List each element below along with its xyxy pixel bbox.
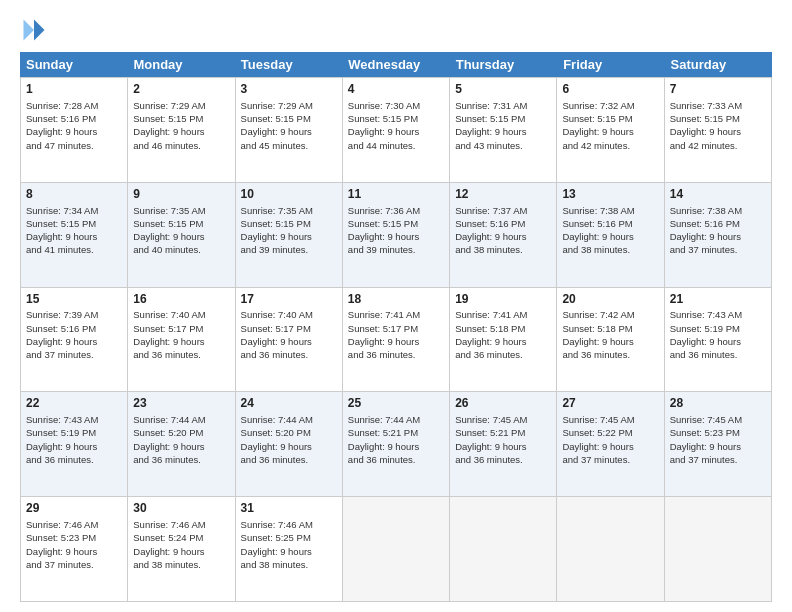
day-info-line: Sunrise: 7:35 AM: [133, 204, 229, 217]
day-number: 8: [26, 186, 122, 203]
day-number: 4: [348, 81, 444, 98]
day-cell-26: 26Sunrise: 7:45 AMSunset: 5:21 PMDayligh…: [450, 392, 557, 496]
day-info-line: Sunset: 5:23 PM: [26, 531, 122, 544]
day-number: 23: [133, 395, 229, 412]
day-info-line: Sunset: 5:16 PM: [26, 322, 122, 335]
day-cell-5: 5Sunrise: 7:31 AMSunset: 5:15 PMDaylight…: [450, 78, 557, 182]
day-cell-20: 20Sunrise: 7:42 AMSunset: 5:18 PMDayligh…: [557, 288, 664, 392]
day-info-line: Sunrise: 7:45 AM: [670, 413, 766, 426]
header-cell-tuesday: Tuesday: [235, 52, 342, 77]
day-number: 21: [670, 291, 766, 308]
page: SundayMondayTuesdayWednesdayThursdayFrid…: [0, 0, 792, 612]
day-info-line: and 38 minutes.: [241, 558, 337, 571]
day-cell-7: 7Sunrise: 7:33 AMSunset: 5:15 PMDaylight…: [665, 78, 772, 182]
day-info-line: Sunset: 5:21 PM: [348, 426, 444, 439]
day-info-line: Daylight: 9 hours: [26, 230, 122, 243]
day-info-line: Daylight: 9 hours: [562, 125, 658, 138]
day-cell-6: 6Sunrise: 7:32 AMSunset: 5:15 PMDaylight…: [557, 78, 664, 182]
day-info-line: Sunset: 5:20 PM: [133, 426, 229, 439]
day-cell-16: 16Sunrise: 7:40 AMSunset: 5:17 PMDayligh…: [128, 288, 235, 392]
day-info-line: and 36 minutes.: [670, 348, 766, 361]
day-number: 28: [670, 395, 766, 412]
day-info-line: and 36 minutes.: [133, 453, 229, 466]
day-cell-12: 12Sunrise: 7:37 AMSunset: 5:16 PMDayligh…: [450, 183, 557, 287]
day-number: 30: [133, 500, 229, 517]
day-info-line: Daylight: 9 hours: [348, 440, 444, 453]
day-number: 22: [26, 395, 122, 412]
header-cell-saturday: Saturday: [665, 52, 772, 77]
day-info-line: Sunset: 5:15 PM: [241, 112, 337, 125]
day-cell-17: 17Sunrise: 7:40 AMSunset: 5:17 PMDayligh…: [236, 288, 343, 392]
day-info-line: Sunrise: 7:46 AM: [26, 518, 122, 531]
day-info-line: Daylight: 9 hours: [26, 440, 122, 453]
day-info-line: Sunrise: 7:30 AM: [348, 99, 444, 112]
day-info-line: Daylight: 9 hours: [241, 335, 337, 348]
day-info-line: Sunrise: 7:40 AM: [241, 308, 337, 321]
calendar-header: SundayMondayTuesdayWednesdayThursdayFrid…: [20, 52, 772, 77]
day-info-line: Daylight: 9 hours: [133, 440, 229, 453]
day-cell-8: 8Sunrise: 7:34 AMSunset: 5:15 PMDaylight…: [21, 183, 128, 287]
day-number: 16: [133, 291, 229, 308]
day-info-line: and 36 minutes.: [348, 348, 444, 361]
day-info-line: Sunset: 5:16 PM: [562, 217, 658, 230]
week-row-2: 8Sunrise: 7:34 AMSunset: 5:15 PMDaylight…: [20, 183, 772, 288]
day-info-line: and 40 minutes.: [133, 243, 229, 256]
day-info-line: Daylight: 9 hours: [670, 125, 766, 138]
day-info-line: and 37 minutes.: [26, 558, 122, 571]
day-info-line: and 43 minutes.: [455, 139, 551, 152]
day-cell-11: 11Sunrise: 7:36 AMSunset: 5:15 PMDayligh…: [343, 183, 450, 287]
day-info-line: Sunrise: 7:41 AM: [455, 308, 551, 321]
empty-cell: [665, 497, 772, 601]
day-info-line: and 38 minutes.: [562, 243, 658, 256]
day-info-line: Daylight: 9 hours: [133, 545, 229, 558]
day-info-line: Sunset: 5:15 PM: [455, 112, 551, 125]
day-cell-28: 28Sunrise: 7:45 AMSunset: 5:23 PMDayligh…: [665, 392, 772, 496]
day-info-line: Sunset: 5:17 PM: [241, 322, 337, 335]
svg-marker-1: [24, 20, 35, 41]
header-cell-monday: Monday: [127, 52, 234, 77]
day-cell-10: 10Sunrise: 7:35 AMSunset: 5:15 PMDayligh…: [236, 183, 343, 287]
day-info-line: Daylight: 9 hours: [348, 125, 444, 138]
day-info-line: Daylight: 9 hours: [241, 545, 337, 558]
day-info-line: Daylight: 9 hours: [562, 230, 658, 243]
day-info-line: Sunset: 5:19 PM: [26, 426, 122, 439]
day-info-line: Daylight: 9 hours: [562, 335, 658, 348]
day-info-line: Sunset: 5:15 PM: [348, 112, 444, 125]
day-info-line: and 46 minutes.: [133, 139, 229, 152]
day-info-line: Sunset: 5:15 PM: [562, 112, 658, 125]
day-info-line: and 37 minutes.: [670, 243, 766, 256]
day-info-line: Sunset: 5:17 PM: [133, 322, 229, 335]
day-info-line: and 38 minutes.: [455, 243, 551, 256]
day-number: 3: [241, 81, 337, 98]
day-info-line: Daylight: 9 hours: [455, 335, 551, 348]
day-number: 6: [562, 81, 658, 98]
day-info-line: Sunrise: 7:32 AM: [562, 99, 658, 112]
day-info-line: Sunrise: 7:44 AM: [241, 413, 337, 426]
day-cell-21: 21Sunrise: 7:43 AMSunset: 5:19 PMDayligh…: [665, 288, 772, 392]
empty-cell: [557, 497, 664, 601]
day-info-line: Daylight: 9 hours: [670, 335, 766, 348]
day-info-line: Sunset: 5:17 PM: [348, 322, 444, 335]
day-number: 12: [455, 186, 551, 203]
day-info-line: Sunrise: 7:44 AM: [348, 413, 444, 426]
day-cell-27: 27Sunrise: 7:45 AMSunset: 5:22 PMDayligh…: [557, 392, 664, 496]
day-info-line: and 36 minutes.: [241, 348, 337, 361]
top-bar: [20, 16, 772, 44]
day-cell-15: 15Sunrise: 7:39 AMSunset: 5:16 PMDayligh…: [21, 288, 128, 392]
day-info-line: Sunset: 5:22 PM: [562, 426, 658, 439]
day-info-line: Sunset: 5:15 PM: [241, 217, 337, 230]
header-cell-wednesday: Wednesday: [342, 52, 449, 77]
day-number: 25: [348, 395, 444, 412]
day-number: 24: [241, 395, 337, 412]
day-info-line: and 42 minutes.: [562, 139, 658, 152]
day-cell-3: 3Sunrise: 7:29 AMSunset: 5:15 PMDaylight…: [236, 78, 343, 182]
logo: [20, 16, 54, 44]
day-info-line: Sunrise: 7:34 AM: [26, 204, 122, 217]
day-info-line: Sunset: 5:21 PM: [455, 426, 551, 439]
day-info-line: Daylight: 9 hours: [348, 230, 444, 243]
day-info-line: Sunrise: 7:36 AM: [348, 204, 444, 217]
day-number: 29: [26, 500, 122, 517]
day-info-line: Sunrise: 7:28 AM: [26, 99, 122, 112]
day-info-line: and 36 minutes.: [348, 453, 444, 466]
day-info-line: Daylight: 9 hours: [241, 440, 337, 453]
